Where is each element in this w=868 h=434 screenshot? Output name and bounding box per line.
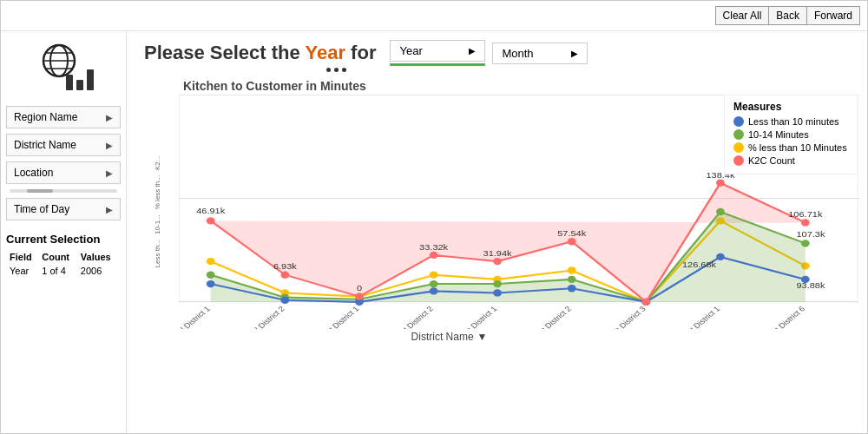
svg-point-38: [430, 287, 438, 294]
legend-item-0: Less than 10 minutes: [733, 116, 849, 127]
location-filter[interactable]: Location ▶: [6, 161, 121, 184]
current-selection-title: Current Selection: [6, 233, 121, 246]
legend-title: Measures: [733, 101, 849, 113]
svg-point-42: [716, 253, 725, 260]
y-label-3: % less th...: [154, 175, 161, 209]
svg-rect-5: [66, 75, 73, 90]
district-name-arrow: ▶: [106, 141, 113, 150]
svg-point-48: [493, 258, 502, 265]
content-row: Region Name ▶ District Name ▶ Location ▶…: [1, 31, 867, 433]
legend-item-1: 10-14 Minutes: [733, 129, 849, 140]
svg-text:126.68k: 126.68k: [682, 260, 717, 269]
district-name-filter[interactable]: District Name ▶: [6, 134, 121, 156]
x-axis-label: District Name ▼: [179, 331, 720, 343]
svg-rect-7: [87, 69, 94, 90]
row-values: 2006: [79, 265, 119, 277]
svg-rect-6: [76, 80, 83, 90]
svg-point-36: [280, 297, 289, 304]
svg-point-50: [641, 299, 650, 306]
forward-button[interactable]: Forward: [806, 6, 860, 25]
scrollbar-thumb: [27, 189, 53, 193]
y-label-1: Less th...: [154, 240, 161, 267]
x-axis-arrow: ▼: [477, 331, 488, 343]
legend-item-2: % less than 10 Minutes: [733, 142, 849, 153]
svg-text:South District 2: South District 2: [526, 305, 573, 329]
title-year: Year: [306, 42, 346, 63]
region-name-filter[interactable]: Region Name ▶: [6, 106, 121, 128]
svg-text:0: 0: [357, 284, 362, 293]
svg-point-26: [207, 272, 215, 279]
svg-point-51: [716, 180, 725, 187]
svg-text:Central District 1: Central District 1: [179, 305, 212, 329]
legend: Measures Less than 10 minutes 10-14 Minu…: [724, 95, 858, 174]
x-axis-label-text: District Name: [411, 331, 474, 343]
y-label-4: K2...: [154, 156, 161, 170]
svg-point-29: [430, 280, 438, 287]
legend-dot-2: [733, 142, 744, 153]
svg-point-47: [430, 252, 438, 259]
svg-point-44: [207, 217, 215, 224]
svg-point-46: [355, 293, 364, 299]
sidebar: Region Name ▶ District Name ▶ Location ▶…: [1, 31, 127, 433]
chart-title: Kitchen to Customer in Minutes: [183, 79, 858, 93]
svg-text:31.94k: 31.94k: [483, 249, 513, 258]
svg-text:East District 2: East District 2: [391, 305, 435, 329]
svg-point-52: [801, 219, 810, 226]
header-title: Please Select the Year for: [144, 42, 376, 64]
svg-point-31: [568, 276, 576, 283]
legend-label-1: 10-14 Minutes: [748, 129, 809, 140]
svg-text:West District 1: West District 1: [676, 305, 721, 329]
svg-point-21: [568, 266, 576, 273]
svg-point-40: [568, 285, 576, 292]
svg-text:Central District 2: Central District 2: [235, 305, 286, 329]
svg-text:107.3k: 107.3k: [796, 230, 825, 239]
dot-3: [342, 68, 346, 72]
top-bar-buttons: Clear All Back Forward: [715, 6, 860, 25]
location-label: Location: [14, 167, 53, 179]
col-field: Field: [8, 251, 38, 263]
selection-table: Field Count Values Year 1 of 4 2006: [6, 249, 121, 279]
title-part2: for: [345, 42, 376, 63]
col-count: Count: [40, 251, 77, 263]
col-values: Values: [79, 251, 119, 263]
logo-icon: [33, 42, 94, 94]
y-label-2: 10-1...: [154, 214, 161, 234]
svg-text:106.71k: 106.71k: [788, 210, 823, 219]
month-selector-wrapper: Month ▶: [492, 43, 588, 64]
year-selector[interactable]: Year ▶: [390, 40, 485, 62]
legend-item-3: K2C Count: [733, 155, 849, 166]
scrollbar-indicator: [10, 189, 117, 193]
svg-text:57.54k: 57.54k: [557, 229, 587, 238]
year-selector-arrow: ▶: [469, 46, 476, 56]
legend-label-2: % less than 10 Minutes: [748, 142, 847, 153]
svg-text:46.91k: 46.91k: [196, 207, 226, 215]
month-selector-arrow: ▶: [571, 49, 578, 58]
timeofday-label: Time of Day: [14, 203, 69, 215]
svg-point-33: [716, 208, 725, 215]
clear-all-button[interactable]: Clear All: [715, 6, 769, 25]
table-row: Year 1 of 4 2006: [8, 265, 119, 277]
legend-label-3: K2C Count: [748, 155, 795, 166]
main-container: Clear All Back Forward: [0, 0, 868, 434]
month-selector[interactable]: Month ▶: [492, 43, 588, 64]
svg-text:93.88k: 93.88k: [796, 281, 825, 290]
logo-area: [6, 38, 121, 101]
top-bar: Clear All Back Forward: [1, 1, 867, 31]
dot-1: [326, 68, 331, 72]
year-selector-label: Year: [399, 44, 422, 57]
svg-text:33.32k: 33.32k: [419, 242, 449, 251]
row-field: Year: [8, 265, 38, 277]
svg-point-34: [801, 240, 810, 247]
row-count: 1 of 4: [40, 265, 77, 277]
svg-point-16: [207, 258, 215, 265]
legend-dot-1: [733, 129, 744, 140]
chart-inner: Less th... 10-1... % less th... K2...: [135, 95, 858, 329]
year-selector-wrapper: Year ▶: [390, 40, 485, 66]
region-name-label: Region Name: [14, 111, 77, 123]
y-axis-rotated: Less th... 10-1... % less th... K2...: [135, 95, 179, 329]
back-button[interactable]: Back: [768, 6, 806, 25]
timeofday-filter[interactable]: Time of Day ▶: [6, 198, 121, 220]
svg-point-39: [493, 289, 502, 296]
header-section: Please Select the Year for Year ▶: [127, 31, 867, 79]
svg-text:South District 1: South District 1: [451, 305, 498, 329]
